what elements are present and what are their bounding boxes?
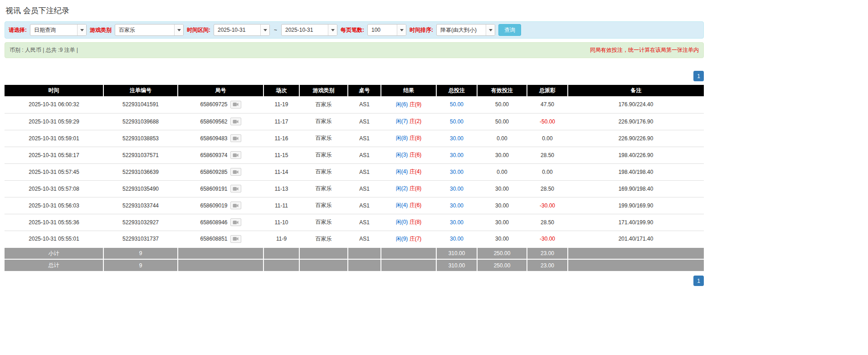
- result-banker: 庄(8): [410, 185, 422, 192]
- page-title: 视讯 会员下注纪录: [5, 5, 704, 16]
- cell-time: 2025-10-31 05:57:08: [5, 180, 103, 197]
- cell-total-bet: 50.00: [436, 96, 477, 113]
- table-row: 2025-10-31 05:55:01522931031737658608851…: [5, 231, 704, 247]
- table-row: 2025-10-31 05:57:45522931036639658609285…: [5, 163, 704, 180]
- video-icon[interactable]: [230, 185, 241, 192]
- cell-payout: -30.00: [527, 197, 568, 214]
- game-type-select[interactable]: 百家乐: [115, 24, 184, 36]
- summary-cell: [381, 247, 436, 259]
- filter-bar: 请选择: 日期查询 游戏类别 百家乐 时间区间: 2025-10-31 ~ 20…: [5, 21, 704, 39]
- summary-cell: 总计: [5, 259, 103, 271]
- cell-remark: 199.90/169.90: [568, 197, 704, 214]
- chevron-down-icon: [397, 25, 406, 35]
- cell-round-id: 658608851: [178, 231, 263, 247]
- summary-cell: 310.00: [436, 247, 477, 259]
- cell-table-no: AS1: [348, 130, 381, 147]
- total-bet-link[interactable]: 30.00: [450, 236, 463, 242]
- result-player: 闲(7): [396, 118, 408, 124]
- cell-time: 2025-10-31 05:55:01: [5, 231, 103, 247]
- total-bet-link[interactable]: 50.00: [450, 101, 463, 108]
- cell-game-type: 百家乐: [299, 113, 348, 130]
- cell-session: 11-16: [263, 130, 299, 147]
- total-bet-link[interactable]: 30.00: [450, 219, 463, 226]
- cell-total-bet: 30.00: [436, 197, 477, 214]
- column-header: 总投注: [436, 85, 477, 96]
- cell-bet-id: 522931037571: [103, 147, 178, 163]
- video-icon[interactable]: [230, 235, 241, 243]
- cell-time: 2025-10-31 05:57:45: [5, 163, 103, 180]
- video-icon[interactable]: [230, 218, 241, 226]
- total-bet-link[interactable]: 30.00: [450, 135, 463, 142]
- cell-bet-id: 522931036639: [103, 163, 178, 180]
- sort-order-select[interactable]: 降幂(由大到小): [436, 24, 495, 36]
- round-id: 658609374: [200, 152, 227, 158]
- result-banker: 庄(9): [410, 101, 422, 108]
- summary-bar: 币别 : 人民币 | 总共 :9 注单 | 同局有效投注，统一计算在该局第一张注…: [5, 42, 704, 58]
- cell-game-type: 百家乐: [299, 96, 348, 113]
- chevron-down-icon: [260, 25, 269, 35]
- summary-cell: [381, 259, 436, 271]
- date-to-select[interactable]: 2025-10-31: [281, 24, 337, 36]
- total-bet-link[interactable]: 30.00: [450, 186, 463, 192]
- page-number-button[interactable]: 1: [693, 71, 704, 81]
- video-icon[interactable]: [230, 118, 241, 125]
- table-row: 2025-10-31 05:55:36522931032927658608946…: [5, 214, 704, 231]
- summary-cell: [299, 259, 348, 271]
- bet-records-table: 时间注单编号局号场次游戏类别桌号结果总投注有效投注总派彩备注 2025-10-3…: [5, 85, 704, 271]
- chevron-down-icon: [486, 25, 495, 35]
- date-from-select[interactable]: 2025-10-31: [214, 24, 270, 36]
- cell-game-type: 百家乐: [299, 231, 348, 247]
- cell-table-no: AS1: [348, 113, 381, 130]
- cell-bet-id: 522931039688: [103, 113, 178, 130]
- query-type-select[interactable]: 日期查询: [30, 24, 87, 36]
- cell-game-type: 百家乐: [299, 147, 348, 163]
- cell-round-id: 658609019: [178, 197, 263, 214]
- cell-session: 11-14: [263, 163, 299, 180]
- table-row: 2025-10-31 05:59:29522931039688658609562…: [5, 113, 704, 130]
- search-button[interactable]: 查询: [498, 24, 521, 36]
- cell-round-id: 658609483: [178, 130, 263, 147]
- sort-order-value: 降幂(由大到小): [437, 26, 480, 34]
- column-header: 结果: [381, 85, 436, 96]
- cell-result: 闲(4) 庄(4): [381, 163, 436, 180]
- summary-cell: 250.00: [477, 259, 527, 271]
- total-bet-link[interactable]: 30.00: [450, 169, 463, 175]
- cell-valid-bet: 30.00: [477, 197, 527, 214]
- column-header: 桌号: [348, 85, 381, 96]
- cell-valid-bet: 50.00: [477, 113, 527, 130]
- video-icon[interactable]: [230, 168, 241, 176]
- cell-result: 闲(9) 庄(7): [381, 231, 436, 247]
- cell-table-no: AS1: [348, 163, 381, 180]
- page-number-button[interactable]: 1: [693, 276, 704, 286]
- page-size-select[interactable]: 100: [367, 24, 406, 36]
- summary-cell: 23.00: [527, 247, 568, 259]
- summary-cell: [348, 259, 381, 271]
- round-id: 658609483: [200, 135, 227, 142]
- cell-table-no: AS1: [348, 96, 381, 113]
- total-bet-link[interactable]: 30.00: [450, 202, 463, 209]
- cell-payout: 28.50: [527, 147, 568, 163]
- table-row: 2025-10-31 05:59:01522931038853658609483…: [5, 130, 704, 147]
- video-icon[interactable]: [230, 202, 241, 209]
- cell-game-type: 百家乐: [299, 130, 348, 147]
- page-size-label: 每页笔数:: [341, 26, 364, 34]
- cell-result: 闲(7) 庄(2): [381, 113, 436, 130]
- round-id: 658609285: [200, 169, 227, 175]
- total-bet-link[interactable]: 30.00: [450, 152, 463, 158]
- cell-table-no: AS1: [348, 180, 381, 197]
- video-icon[interactable]: [230, 134, 241, 142]
- cell-time: 2025-10-31 05:58:17: [5, 147, 103, 163]
- total-bet-link[interactable]: 50.00: [450, 118, 463, 125]
- cell-payout: -50.00: [527, 113, 568, 130]
- summary-cell: [568, 259, 704, 271]
- video-icon[interactable]: [230, 151, 241, 159]
- chevron-down-icon: [77, 25, 86, 35]
- cell-result: 闲(8) 庄(8): [381, 130, 436, 147]
- cell-round-id: 658609562: [178, 113, 263, 130]
- cell-valid-bet: 0.00: [477, 130, 527, 147]
- cell-result: 闲(4) 庄(6): [381, 197, 436, 214]
- cell-remark: 176.90/224.40: [568, 96, 704, 113]
- date-range-label: 时间区间:: [187, 26, 210, 34]
- column-header: 备注: [568, 85, 704, 96]
- video-icon[interactable]: [230, 101, 241, 108]
